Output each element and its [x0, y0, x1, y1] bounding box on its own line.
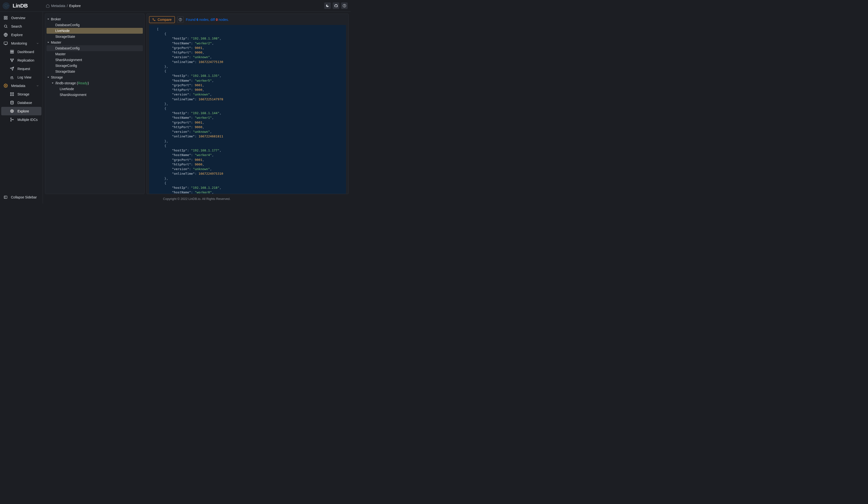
home-icon[interactable] — [46, 4, 50, 8]
svg-rect-31 — [4, 196, 7, 199]
github-icon — [334, 4, 338, 8]
collapse-icon — [4, 195, 8, 199]
tree-item[interactable]: ·DatabaseConfig — [46, 45, 143, 51]
sidebar-item-multiple-idcs[interactable]: Multiple IDCs — [1, 115, 41, 124]
help-button[interactable] — [341, 2, 348, 9]
json-panel: Compare Found 6 nodes, diff 0 nodes. [ { — [146, 13, 349, 194]
github-button[interactable] — [333, 2, 339, 9]
status-text: Found 6 nodes, diff 0 nodes. — [186, 18, 229, 22]
tree-item[interactable]: ·StorageState — [46, 34, 143, 40]
svg-point-1 — [4, 4, 8, 8]
sidebar-item-database[interactable]: Database — [1, 98, 41, 107]
sidebar-item-explore[interactable]: Explore — [1, 107, 41, 115]
overview-icon — [4, 16, 8, 20]
caret-down-icon — [46, 76, 50, 78]
tree-item[interactable]: ·DatabaseConfig — [46, 22, 143, 28]
svg-rect-15 — [12, 52, 13, 53]
breadcrumb-current: Explore — [69, 4, 81, 8]
theme-toggle-button[interactable] — [324, 2, 331, 9]
compare-icon — [152, 18, 156, 21]
svg-rect-8 — [6, 18, 7, 19]
sidebar-item-request[interactable]: Request — [1, 64, 41, 73]
tree-item[interactable]: /lindb-storage (Ready) — [46, 80, 143, 86]
topbar: LinDB Metadata / Explore — [0, 0, 351, 12]
logo-icon — [2, 2, 10, 10]
help-icon — [343, 4, 346, 8]
tree-item[interactable]: Broker — [46, 16, 143, 22]
branch-icon — [10, 117, 14, 122]
moon-icon — [326, 4, 329, 8]
brand-text: LinDB — [13, 3, 28, 9]
svg-rect-7 — [4, 18, 5, 19]
sidebar-item-log-view[interactable]: Log View — [1, 73, 41, 81]
logview-icon — [10, 75, 14, 79]
sidebar-item-overview[interactable]: Overview — [1, 13, 41, 22]
sidebar-item-dashboard[interactable]: Dashboard — [1, 48, 41, 56]
svg-point-24 — [11, 101, 13, 102]
database-icon — [10, 101, 14, 105]
sidebar-item-replication[interactable]: Replication — [1, 56, 41, 64]
caret-down-icon — [46, 41, 50, 44]
sidebar-item-search[interactable]: Search — [1, 22, 41, 31]
tree-item[interactable]: Master — [46, 40, 143, 45]
content: Broker·DatabaseConfig·LiveNode·StorageSt… — [43, 12, 351, 203]
svg-point-17 — [13, 59, 13, 60]
replication-icon — [10, 58, 14, 62]
dashboard-icon — [10, 50, 14, 54]
breadcrumb: Metadata / Explore — [46, 4, 81, 8]
tree-item[interactable]: ·Master — [46, 51, 143, 57]
compare-label: Compare — [158, 18, 172, 22]
tree-item[interactable]: ·StorageState — [46, 69, 143, 74]
svg-rect-12 — [10, 50, 12, 52]
logo-area[interactable]: LinDB — [0, 2, 43, 10]
panels: Broker·DatabaseConfig·LiveNode·StorageSt… — [43, 12, 351, 194]
svg-point-9 — [4, 25, 7, 28]
compare-button[interactable]: Compare — [149, 16, 175, 23]
json-view[interactable]: [ { "hostIp": "192.168.1.108", "hostName… — [149, 25, 346, 194]
svg-rect-6 — [6, 16, 7, 18]
svg-point-20 — [10, 93, 12, 94]
sidebar-item-metadata[interactable]: Metadata — [1, 81, 41, 90]
footer: Copyright © 2022 LinDB.io. All Rights Re… — [43, 194, 351, 203]
explore-icon — [4, 33, 8, 37]
breadcrumb-sep: / — [67, 4, 68, 8]
tree-item[interactable]: ·LiveNode — [46, 86, 143, 92]
chevron-down-icon — [36, 84, 39, 87]
search-icon — [4, 24, 8, 28]
svg-rect-11 — [4, 42, 7, 44]
svg-point-35 — [180, 20, 180, 20]
tree-item[interactable]: ·ShardAssignment — [46, 57, 143, 63]
tree-item[interactable]: ·StorageConfig — [46, 63, 143, 69]
sidebar-item-storage[interactable]: Storage — [1, 90, 41, 98]
tree-item[interactable]: ·LiveNode — [46, 28, 143, 34]
collapse-sidebar-button[interactable]: Collapse Sidebar — [1, 193, 41, 202]
svg-point-29 — [11, 121, 11, 122]
target-icon — [10, 109, 14, 113]
svg-point-22 — [10, 94, 12, 96]
svg-point-21 — [12, 93, 13, 94]
request-icon — [10, 67, 14, 71]
svg-rect-13 — [12, 50, 13, 52]
breadcrumb-root[interactable]: Metadata — [51, 4, 65, 8]
svg-point-32 — [153, 18, 154, 19]
sidebar-item-monitoring[interactable]: Monitoring — [1, 39, 41, 48]
toolbar-help-button[interactable] — [177, 17, 184, 23]
svg-point-2 — [5, 4, 7, 7]
caret-down-icon — [51, 82, 54, 84]
svg-point-28 — [11, 118, 11, 118]
svg-point-18 — [11, 61, 12, 62]
caret-down-icon — [46, 18, 50, 20]
svg-point-27 — [12, 111, 12, 111]
svg-point-23 — [12, 94, 13, 96]
tree-item[interactable]: Storage — [46, 74, 143, 80]
main: OverviewSearchExploreMonitoringDashboard… — [0, 12, 351, 203]
svg-point-33 — [154, 20, 155, 21]
storage-icon — [10, 92, 14, 96]
tree-panel: Broker·DatabaseConfig·LiveNode·StorageSt… — [45, 13, 145, 194]
sidebar: OverviewSearchExploreMonitoringDashboard… — [0, 12, 43, 203]
monitoring-icon — [4, 41, 8, 45]
question-icon — [179, 18, 182, 21]
sidebar-item-explore[interactable]: Explore — [1, 31, 41, 39]
svg-point-16 — [10, 59, 11, 60]
tree-item[interactable]: ·ShardAssignment — [46, 92, 143, 98]
